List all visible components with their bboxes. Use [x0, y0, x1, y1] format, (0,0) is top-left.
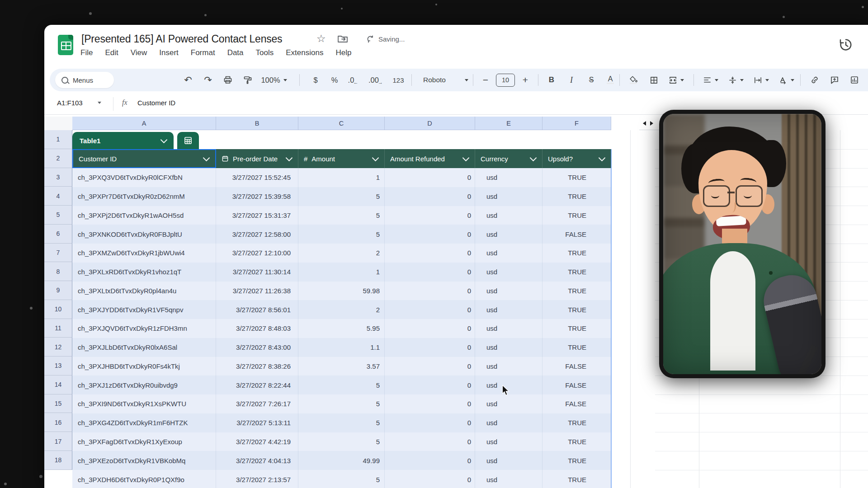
bold-button[interactable]: B: [543, 72, 560, 88]
menu-insert[interactable]: Insert: [159, 48, 179, 57]
cell-A2[interactable]: ch_3PXQ3VD6tTvxDkyR0lCFXfbN: [72, 168, 216, 187]
row-header-3[interactable]: 3: [44, 168, 72, 187]
cell-E5[interactable]: usd: [475, 225, 542, 244]
cell-C6[interactable]: 2: [298, 244, 385, 263]
column-dropdown-icon[interactable]: [203, 154, 210, 161]
column-dropdown-icon[interactable]: [286, 154, 293, 161]
column-header-C[interactable]: C: [298, 117, 385, 130]
cell-B2[interactable]: 3/27/2027 15:52:45: [216, 168, 298, 187]
cell-B8[interactable]: 3/27/2027 11:26:38: [216, 282, 298, 300]
cell-C18[interactable]: 5: [298, 470, 385, 488]
cell-E18[interactable]: usd: [475, 470, 542, 488]
cell-F10[interactable]: TRUE: [542, 319, 611, 338]
cell-A17[interactable]: ch_3PXEzoD6tTvxDkyR1VBKobMq: [72, 451, 216, 470]
decrease-font-size-button[interactable]: −: [478, 72, 493, 88]
formula-input[interactable]: Customer ID: [137, 99, 175, 107]
row-header-9[interactable]: 9: [44, 281, 72, 300]
table-header-pre-order-date[interactable]: Pre-order Date: [216, 149, 298, 168]
cell-C5[interactable]: 5: [298, 225, 385, 244]
cell-C13[interactable]: 5: [298, 375, 385, 394]
format-currency-button[interactable]: $: [307, 72, 324, 88]
cell-B17[interactable]: 3/27/2027 4:04:13: [216, 451, 298, 470]
cell-A7[interactable]: ch_3PXLxRD6tTvxDkyR1vhoz1qT: [72, 263, 216, 282]
redo-button[interactable]: ↷: [200, 72, 216, 88]
cell-B15[interactable]: 3/27/2027 5:13:11: [216, 413, 298, 432]
cell-E7[interactable]: usd: [475, 263, 542, 282]
cell-F14[interactable]: FALSE: [542, 394, 611, 413]
cell-F5[interactable]: FALSE: [542, 225, 611, 244]
cell-C7[interactable]: 1: [298, 263, 385, 282]
cell-F3[interactable]: TRUE: [542, 187, 611, 206]
cell-C11[interactable]: 1.1: [298, 338, 385, 357]
cell-F8[interactable]: TRUE: [542, 282, 611, 300]
cell-A11[interactable]: ch_3PXJLbD6tTvxDkyR0lxA6Sal: [72, 338, 216, 357]
vertical-align-button[interactable]: [724, 72, 748, 88]
menu-view[interactable]: View: [131, 48, 147, 57]
column-dropdown-icon[interactable]: [462, 154, 470, 161]
version-history-icon[interactable]: [838, 37, 854, 54]
column-header-E[interactable]: E: [475, 117, 542, 130]
row-header-8[interactable]: 8: [44, 262, 72, 281]
row-header-15[interactable]: 15: [44, 394, 72, 413]
table-header-amount-refunded[interactable]: Amount Refunded: [385, 149, 475, 168]
cell-C9[interactable]: 2: [298, 300, 385, 319]
row-header-5[interactable]: 5: [44, 206, 72, 225]
print-icon[interactable]: [220, 72, 236, 88]
row-header-16[interactable]: 16: [44, 413, 72, 432]
row-header-10[interactable]: 10: [44, 300, 72, 319]
cell-D5[interactable]: 0: [385, 225, 475, 244]
text-color-button[interactable]: A: [602, 72, 618, 88]
cell-A12[interactable]: ch_3PXJHBD6tTvxDkyR0Fs4kTkj: [72, 357, 216, 376]
cell-C14[interactable]: 5: [298, 394, 385, 413]
cell-F18[interactable]: TRUE: [542, 470, 611, 488]
cell-B6[interactable]: 3/27/2027 12:10:00: [216, 244, 298, 263]
cell-D2[interactable]: 0: [385, 168, 475, 187]
row-header-6[interactable]: 6: [44, 225, 72, 244]
row-header-13[interactable]: 13: [44, 357, 72, 375]
column-header-D[interactable]: D: [385, 117, 475, 130]
menu-tools[interactable]: Tools: [256, 48, 274, 57]
cell-D6[interactable]: 0: [385, 244, 475, 263]
cell-B14[interactable]: 3/27/2027 7:26:17: [216, 394, 298, 413]
cell-E8[interactable]: usd: [475, 282, 542, 300]
row-header-7[interactable]: 7: [44, 244, 72, 263]
cell-F17[interactable]: TRUE: [542, 451, 611, 470]
more-formats-button[interactable]: 123: [389, 72, 408, 88]
cell-A5[interactable]: ch_3PXNKOD6tTvxDkyR0FBJpltU: [72, 225, 216, 244]
cell-C12[interactable]: 3.57: [298, 357, 385, 376]
column-header-B[interactable]: B: [216, 117, 298, 130]
cell-F12[interactable]: FALSE: [542, 357, 611, 376]
cell-E6[interactable]: usd: [475, 244, 542, 263]
cell-C3[interactable]: 5: [298, 187, 385, 206]
google-sheets-logo-icon[interactable]: [58, 35, 73, 55]
select-all-corner[interactable]: [44, 117, 73, 131]
menu-extensions[interactable]: Extensions: [286, 48, 323, 57]
hidden-columns-indicator[interactable]: [639, 117, 658, 130]
cell-D18[interactable]: 0: [385, 470, 475, 488]
cell-F13[interactable]: FALSE: [542, 375, 611, 394]
column-header-A[interactable]: A: [72, 117, 216, 130]
row-header-17[interactable]: 17: [44, 432, 72, 451]
cell-C17[interactable]: 49.99: [298, 451, 385, 470]
name-box[interactable]: A1:F103: [57, 99, 101, 107]
zoom-select[interactable]: 100%: [257, 72, 291, 88]
cell-A15[interactable]: ch_3PXG4ZD6tTvxDkyR1mF6HTZK: [72, 413, 216, 432]
cell-D4[interactable]: 0: [385, 206, 475, 225]
cell-B12[interactable]: 3/27/2027 8:38:26: [216, 357, 298, 376]
cell-C15[interactable]: 5: [298, 413, 385, 432]
cell-A14[interactable]: ch_3PXI9ND6tTvxDkyR1XsPKWTU: [72, 394, 216, 413]
insert-comment-icon[interactable]: [826, 72, 844, 88]
cell-F15[interactable]: TRUE: [542, 413, 611, 432]
increase-decimal-button[interactable]: .00→: [366, 72, 386, 88]
row-header-1[interactable]: 1: [44, 130, 72, 149]
cell-D11[interactable]: 0: [385, 338, 475, 357]
horizontal-align-button[interactable]: [699, 72, 722, 88]
paint-format-icon[interactable]: [240, 72, 256, 88]
fill-color-button[interactable]: [625, 72, 642, 88]
cell-B7[interactable]: 3/27/2027 11:30:14: [216, 263, 298, 282]
font-size-input[interactable]: 10: [494, 72, 517, 88]
cell-D7[interactable]: 0: [385, 263, 475, 282]
cell-D3[interactable]: 0: [385, 187, 475, 206]
menu-edit[interactable]: Edit: [105, 48, 118, 57]
cell-A6[interactable]: ch_3PXMZwD6tTvxDkyR1jbWUwi4: [72, 244, 216, 263]
